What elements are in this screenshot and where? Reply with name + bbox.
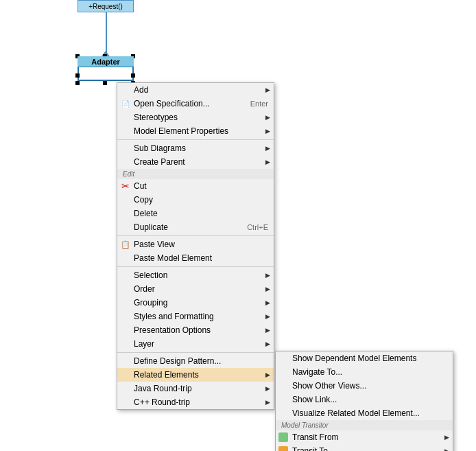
submenu-show-link[interactable]: Show Link... bbox=[276, 393, 453, 406]
menu-item-java-roundtrip[interactable]: Java Round-trip bbox=[117, 382, 274, 395]
submenu-visualize-related[interactable]: Visualize Related Model Element... bbox=[276, 406, 453, 420]
transit-to-icon bbox=[278, 446, 288, 451]
separator-1 bbox=[117, 139, 274, 140]
uml-top-class: +Request() bbox=[78, 0, 134, 12]
context-menu: Add 📄 Open Specification... Enter Stereo… bbox=[117, 82, 274, 410]
section-edit: Edit bbox=[117, 169, 274, 179]
section-model-transitor: Model Transitor bbox=[276, 420, 453, 430]
selection-handle-mr bbox=[131, 73, 135, 78]
menu-item-define-design[interactable]: Define Design Pattern... bbox=[117, 354, 274, 368]
menu-item-create-parent[interactable]: Create Parent bbox=[117, 155, 274, 169]
menu-item-selection[interactable]: Selection bbox=[117, 268, 274, 282]
menu-item-grouping[interactable]: Grouping bbox=[117, 296, 274, 310]
menu-item-open-spec[interactable]: 📄 Open Specification... Enter bbox=[117, 97, 274, 111]
separator-2 bbox=[117, 235, 274, 236]
menu-item-cut[interactable]: ✂ Cut bbox=[117, 179, 274, 193]
menu-item-layer[interactable]: Layer bbox=[117, 337, 274, 351]
selection-handle-ml bbox=[75, 73, 80, 78]
separator-4 bbox=[117, 352, 274, 353]
menu-item-delete[interactable]: Delete bbox=[117, 207, 274, 220]
menu-item-paste-view[interactable]: 📋 Paste View bbox=[117, 238, 274, 251]
uml-adapter-body bbox=[79, 67, 132, 80]
menu-item-copy[interactable]: Copy bbox=[117, 193, 274, 207]
menu-item-related-elements[interactable]: Related Elements bbox=[117, 368, 274, 382]
menu-item-stereotypes[interactable]: Stereotypes bbox=[117, 111, 274, 124]
menu-item-presentation-options[interactable]: Presentation Options bbox=[117, 323, 274, 337]
diagram-area: +Request() Adapter Adapter Add 📄 Open Sp… bbox=[0, 0, 476, 451]
menu-item-duplicate[interactable]: Duplicate Ctrl+E bbox=[117, 220, 274, 234]
paste-icon: 📋 bbox=[120, 239, 131, 250]
submenu-show-dependent[interactable]: Show Dependent Model Elements bbox=[276, 351, 453, 365]
scissors-icon: ✂ bbox=[120, 181, 131, 192]
menu-item-styles-formatting[interactable]: Styles and Formatting bbox=[117, 310, 274, 323]
separator-3 bbox=[117, 266, 274, 267]
submenu-related-elements: Show Dependent Model Elements Navigate T… bbox=[275, 351, 453, 451]
submenu-transit-from[interactable]: Transit From bbox=[276, 430, 453, 444]
menu-item-model-element-props[interactable]: Model Element Properties bbox=[117, 124, 274, 138]
selection-handle-bc bbox=[103, 81, 107, 85]
menu-item-cpp-roundtrip[interactable]: C++ Round-trip bbox=[117, 395, 274, 409]
menu-item-order[interactable]: Order bbox=[117, 282, 274, 296]
transit-from-icon bbox=[278, 432, 288, 442]
submenu-show-other-views[interactable]: Show Other Views... bbox=[276, 379, 453, 393]
uml-connector bbox=[106, 12, 107, 54]
selection-handle-bl bbox=[75, 81, 80, 85]
menu-item-add[interactable]: Add bbox=[117, 83, 274, 97]
uml-adapter-header: Adapter bbox=[78, 56, 134, 67]
submenu-navigate-to[interactable]: Navigate To... bbox=[276, 365, 453, 379]
open-spec-icon: 📄 bbox=[120, 98, 131, 109]
menu-item-sub-diagrams[interactable]: Sub Diagrams bbox=[117, 141, 274, 155]
menu-item-paste-model[interactable]: Paste Model Element bbox=[117, 251, 274, 265]
submenu-transit-to[interactable]: Transit To bbox=[276, 444, 453, 451]
